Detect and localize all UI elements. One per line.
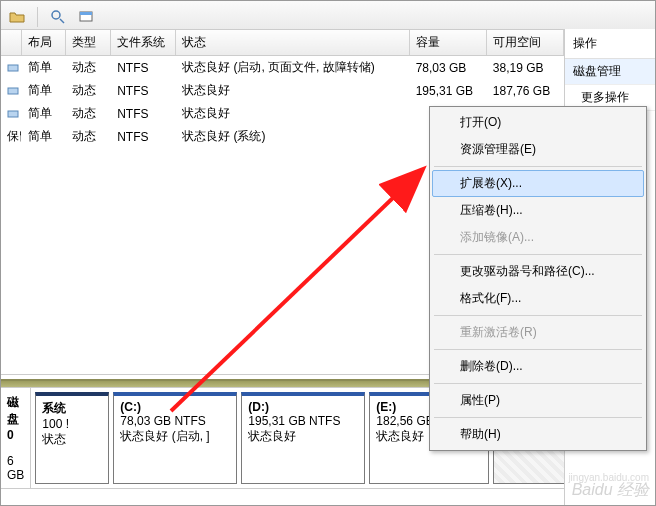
table-row[interactable]: ) 简单动态NTFS状态良好195,31 GB187,76 GB [1, 79, 564, 102]
col-status[interactable]: 状态 [176, 30, 410, 56]
partition-c[interactable]: (C:) 78,03 GB NTFS 状态良好 (启动, ] [113, 392, 237, 484]
menu-add-mirror: 添加镜像(A)... [432, 224, 644, 251]
volume-context-menu: 打开(O) 资源管理器(E) 扩展卷(X)... 压缩卷(H)... 添加镜像(… [429, 106, 647, 451]
col-cap[interactable]: 容量 [409, 30, 486, 56]
menu-properties[interactable]: 属性(P) [432, 387, 644, 414]
col-fs[interactable]: 文件系统 [111, 30, 176, 56]
open-folder-icon[interactable] [7, 7, 27, 27]
col-free[interactable]: 可用空间 [486, 30, 563, 56]
col-layout[interactable]: 布局 [21, 30, 66, 56]
menu-extend-volume[interactable]: 扩展卷(X)... [432, 170, 644, 197]
svg-rect-3 [80, 12, 92, 15]
volume-icon [7, 62, 19, 74]
svg-rect-4 [8, 65, 18, 71]
col-type[interactable]: 类型 [66, 30, 111, 56]
menu-change-letter[interactable]: 更改驱动器号和路径(C)... [432, 258, 644, 285]
table-row[interactable]: ) 简单动态NTFS状态良好 (启动, 页面文件, 故障转储)78,03 GB3… [1, 56, 564, 80]
svg-rect-6 [8, 111, 18, 117]
search-icon[interactable] [48, 7, 68, 27]
svg-line-1 [60, 19, 64, 23]
svg-point-0 [52, 11, 60, 19]
disk-title: 磁盘 0 [7, 394, 24, 442]
disk-management-window: 布局 类型 文件系统 状态 容量 可用空间 ) 简单动态NTFS状态良好 (启动… [0, 0, 656, 506]
disk-info[interactable]: 磁盘 0 6 GB [1, 388, 31, 488]
menu-format[interactable]: 格式化(F)... [432, 285, 644, 312]
menu-reactivate: 重新激活卷(R) [432, 319, 644, 346]
table-header-row: 布局 类型 文件系统 状态 容量 可用空间 [1, 30, 564, 56]
console-icon[interactable] [76, 7, 96, 27]
menu-explorer[interactable]: 资源管理器(E) [432, 136, 644, 163]
toolbar-sep [37, 7, 38, 27]
menu-delete-volume[interactable]: 删除卷(D)... [432, 353, 644, 380]
volume-icon [7, 85, 19, 97]
menu-shrink-volume[interactable]: 压缩卷(H)... [432, 197, 644, 224]
partition-system[interactable]: 系统 100 ! 状态 [35, 392, 109, 484]
menu-help[interactable]: 帮助(H) [432, 421, 644, 448]
menu-open[interactable]: 打开(O) [432, 109, 644, 136]
partition-d[interactable]: (D:) 195,31 GB NTFS 状态良好 [241, 392, 365, 484]
actions-item-diskmgmt[interactable]: 磁盘管理 [565, 59, 655, 85]
svg-rect-5 [8, 88, 18, 94]
actions-header: 操作 [565, 29, 655, 59]
disk-sub: 6 GB [7, 454, 24, 482]
col-blank[interactable] [1, 30, 21, 56]
volume-icon [7, 108, 19, 120]
